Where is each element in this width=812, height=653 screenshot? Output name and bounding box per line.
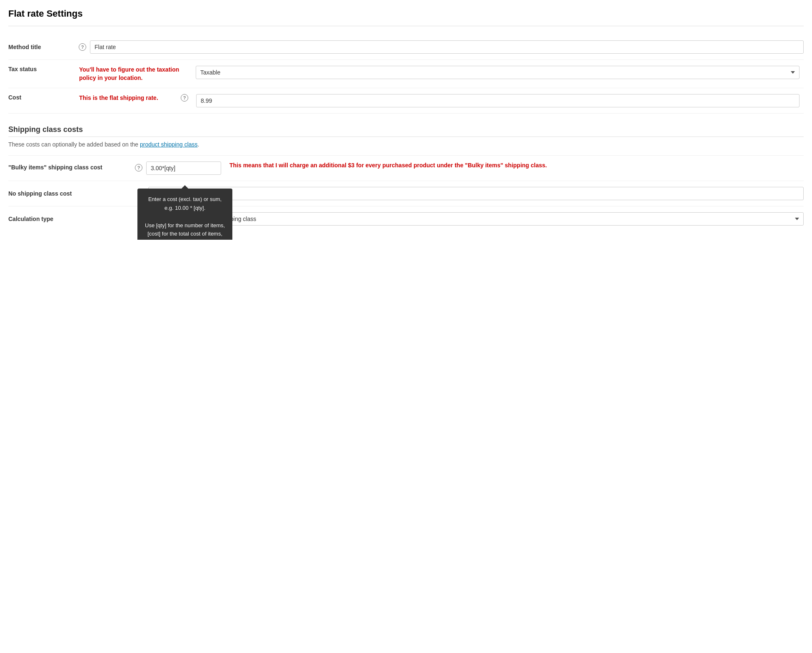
bulky-items-annotation: This means that I will charge an additio… [221,161,804,170]
shipping-class-costs-title: Shipping class costs [8,125,804,137]
shipping-section-rows: "Bulky items" shipping class cost ? This… [8,155,804,231]
cost-input[interactable] [196,94,800,107]
method-title-row: Method title ? [8,35,804,60]
cost-annotation: This is the flat shipping rate. [75,88,177,108]
no-shipping-class-label: No shipping class cost [8,190,148,197]
tooltip-arrow [182,185,188,189]
calculation-type-label: Calculation type [8,216,148,222]
tooltip-line5: and [fee percent="10" [145,238,225,240]
tax-status-input-wrapper: Taxable None [192,60,804,85]
section-desc-prefix: These costs can optionally be added base… [8,141,140,148]
section-desc-suffix: . [198,141,199,148]
no-shipping-class-input-wrapper [148,187,804,200]
no-shipping-class-input[interactable] [148,187,804,200]
cost-label: Cost [8,88,75,107]
method-title-help[interactable]: ? [75,43,90,51]
bulky-items-annotation-text: This means that I will charge an additio… [229,162,547,169]
cost-row: Cost This is the flat shipping rate. ? [8,88,804,114]
bulky-items-help-icon[interactable]: ? [135,164,142,171]
tax-status-row: Tax status You'll have to figure out the… [8,60,804,88]
no-shipping-class-row: No shipping class cost [8,181,804,206]
page-title: Flat rate Settings [8,8,804,26]
bulky-items-row: "Bulky items" shipping class cost ? This… [8,155,804,181]
page-container: Flat rate Settings Method title ? Tax st… [8,8,804,231]
cost-input-wrapper [192,88,804,113]
bulky-items-input[interactable] [146,161,221,175]
tooltip-box: Enter a cost (excl. tax) or sum, e.g. 10… [137,189,232,240]
cost-annotation-text: This is the flat shipping rate. [79,94,158,101]
product-shipping-class-link[interactable]: product shipping class [140,141,198,148]
calculation-type-input-wrapper: Charge shipping for each shipping class … [148,212,804,226]
tax-status-annotation-text: You'll have to figure out the taxation p… [79,66,179,81]
bulky-items-help[interactable]: ? [131,161,146,171]
calculation-type-row: Calculation type Charge shipping for eac… [8,206,804,231]
tax-status-select[interactable]: Taxable None [196,66,800,79]
tax-status-label: Tax status [8,60,75,78]
cost-help-icon[interactable]: ? [181,94,188,102]
tooltip-line3: Use [qty] for the number of items, [145,221,225,230]
method-title-input[interactable] [90,40,804,54]
method-title-input-wrapper [90,40,804,54]
tax-status-annotation: You'll have to figure out the taxation p… [75,60,192,88]
bulky-items-label: "Bulky items" shipping class cost [8,161,131,171]
bulky-items-input-wrapper [146,161,221,175]
cost-help[interactable]: ? [177,88,192,107]
shipping-class-costs-desc: These costs can optionally be added base… [8,141,804,148]
tooltip-line1: Enter a cost (excl. tax) or sum, [145,195,225,204]
tooltip-line4: [cost] for the total cost of items, [145,230,225,238]
method-title-help-icon[interactable]: ? [79,43,86,51]
calculation-type-select[interactable]: Charge shipping for each shipping class … [148,212,804,226]
method-title-label: Method title [8,44,75,50]
tooltip-line2: e.g. 10.00 * [qty]. [145,204,225,213]
